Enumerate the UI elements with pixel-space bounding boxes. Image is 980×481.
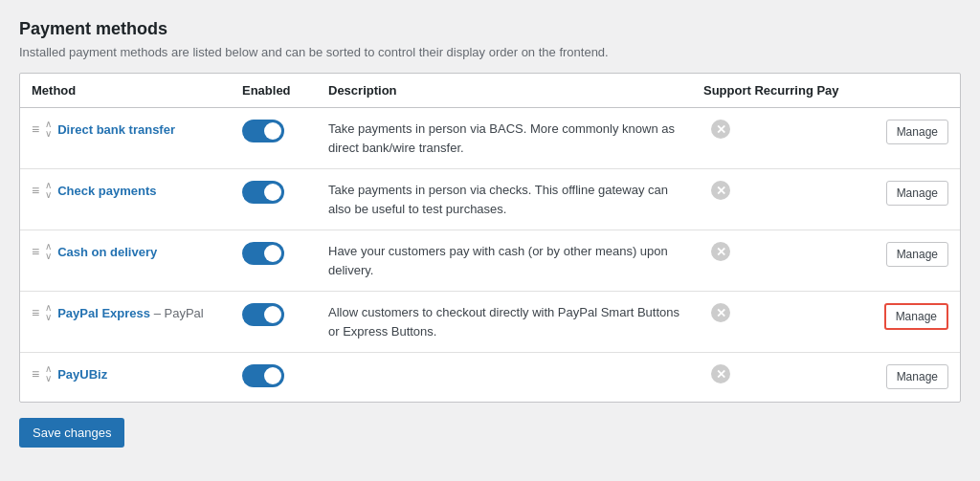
enabled-toggle[interactable] xyxy=(242,181,284,204)
toggle-slider[interactable] xyxy=(242,120,284,142)
page-title: Payment methods xyxy=(19,19,961,39)
header-description: Description xyxy=(317,74,692,108)
method-controls: ≡ ∧ ∨ Cash on delivery xyxy=(32,242,219,261)
payment-methods-table: Method Enabled Description Support Recur… xyxy=(20,74,960,402)
table-row: ≡ ∧ ∨ Check payments Take payments in pe… xyxy=(20,169,960,230)
toggle-slider[interactable] xyxy=(242,242,284,265)
drag-handle-icon[interactable]: ≡ xyxy=(32,183,39,198)
method-name-link[interactable]: Cash on delivery xyxy=(57,245,157,259)
method-name-link[interactable]: PayPal Express – PayPal xyxy=(57,306,204,320)
description-text: Allow customers to checkout directly wit… xyxy=(328,305,679,339)
enabled-toggle[interactable] xyxy=(242,303,284,326)
page-subtitle: Installed payment methods are listed bel… xyxy=(19,45,961,59)
enabled-toggle[interactable] xyxy=(242,364,284,387)
header-actions xyxy=(864,74,960,108)
method-controls: ≡ ∧ ∨ Direct bank transfer xyxy=(32,120,219,139)
enabled-toggle[interactable] xyxy=(242,120,284,142)
table-row: ≡ ∧ ∨ Cash on delivery Have your custome… xyxy=(20,230,960,292)
manage-button[interactable]: Manage xyxy=(886,364,948,389)
toggle-slider[interactable] xyxy=(242,181,284,204)
method-name-link[interactable]: Check payments xyxy=(57,184,156,198)
payment-methods-table-container: Method Enabled Description Support Recur… xyxy=(19,73,961,403)
sort-arrows: ∧ ∨ xyxy=(45,303,52,322)
sort-arrows: ∧ ∨ xyxy=(45,181,52,200)
sort-down-icon[interactable]: ∨ xyxy=(45,313,52,322)
description-text: Take payments in person via checks. This… xyxy=(328,183,668,216)
sort-arrows: ∧ ∨ xyxy=(45,242,52,261)
sort-arrows: ∧ ∨ xyxy=(45,364,52,383)
no-recurring-support-icon: ✕ xyxy=(711,242,730,261)
no-recurring-support-icon: ✕ xyxy=(711,364,730,383)
method-name-link[interactable]: PayUBiz xyxy=(57,367,107,382)
no-recurring-support-icon: ✕ xyxy=(711,181,730,200)
header-recurring: Support Recurring Pay xyxy=(692,74,864,108)
no-recurring-support-icon: ✕ xyxy=(711,303,730,322)
table-header-row: Method Enabled Description Support Recur… xyxy=(20,74,960,108)
table-row: ≡ ∧ ∨ PayUBiz ✕ Manage xyxy=(20,353,960,403)
sort-arrows: ∧ ∨ xyxy=(45,120,52,139)
table-row: ≡ ∧ ∨ Direct bank transfer Take payments… xyxy=(20,108,960,169)
manage-button[interactable]: Manage xyxy=(886,242,948,267)
method-controls: ≡ ∧ ∨ PayPal Express – PayPal xyxy=(32,303,219,322)
enabled-toggle[interactable] xyxy=(242,242,284,265)
toggle-slider[interactable] xyxy=(242,364,284,387)
sort-down-icon[interactable]: ∨ xyxy=(45,251,52,261)
drag-handle-icon[interactable]: ≡ xyxy=(32,121,39,137)
manage-button[interactable]: Manage xyxy=(886,181,948,206)
sort-down-icon[interactable]: ∨ xyxy=(45,374,52,383)
method-controls: ≡ ∧ ∨ PayUBiz xyxy=(32,364,219,383)
method-controls: ≡ ∧ ∨ Check payments xyxy=(32,181,219,200)
table-row: ≡ ∧ ∨ PayPal Express – PayPal Allow cust… xyxy=(20,292,960,353)
manage-button[interactable]: Manage xyxy=(884,303,948,330)
no-recurring-support-icon: ✕ xyxy=(711,120,730,139)
drag-handle-icon[interactable]: ≡ xyxy=(32,244,39,259)
description-text: Have your customers pay with cash (or by… xyxy=(328,244,668,277)
header-method: Method xyxy=(20,74,231,108)
drag-handle-icon[interactable]: ≡ xyxy=(32,366,39,382)
manage-button[interactable]: Manage xyxy=(886,120,948,144)
save-changes-button[interactable]: Save changes xyxy=(19,418,124,448)
sort-down-icon[interactable]: ∨ xyxy=(45,129,52,139)
description-text: Take payments in person via BACS. More c… xyxy=(328,121,675,155)
header-enabled: Enabled xyxy=(231,74,317,108)
method-name-link[interactable]: Direct bank transfer xyxy=(57,122,175,137)
drag-handle-icon[interactable]: ≡ xyxy=(32,305,39,320)
sort-down-icon[interactable]: ∨ xyxy=(45,190,52,200)
toggle-slider[interactable] xyxy=(242,303,284,326)
